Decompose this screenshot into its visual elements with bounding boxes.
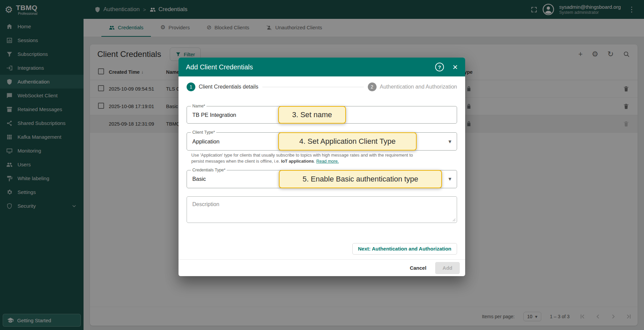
stepper-divider	[262, 87, 364, 87]
resize-handle[interactable]	[452, 218, 456, 222]
step-1-number: 1	[187, 82, 195, 91]
chevron-down-icon: ▾	[448, 176, 451, 182]
add-button: Add	[435, 262, 460, 274]
client-type-hint: Use 'Application' type for clients that …	[187, 152, 419, 164]
dialog-title: Add Client Credentials	[186, 63, 253, 71]
dialog-body: 1 Client Credentials details 2 Authentic…	[179, 76, 465, 259]
step-2-number: 2	[368, 82, 377, 91]
tour-callout-client-type: 4. Set Application Client Type	[278, 132, 417, 151]
description-field[interactable]	[187, 196, 457, 223]
tour-callout-set-name: 3. Set name	[278, 106, 346, 124]
chevron-down-icon: ▾	[448, 139, 451, 144]
tour-callout-credentials-type: 5. Enable Basic authentication type	[279, 170, 442, 188]
dialog-header: Add Client Credentials ? ×	[179, 58, 465, 76]
step-1[interactable]: 1 Client Credentials details	[187, 82, 258, 91]
dialog-footer: Cancel Add	[179, 259, 465, 276]
close-icon[interactable]: ×	[453, 63, 458, 71]
credentials-type-label: Credentials Type*	[191, 168, 227, 173]
cancel-button[interactable]: Cancel	[405, 262, 432, 274]
next-step-button[interactable]: Next: Authentication and Authorization	[352, 243, 457, 255]
client-type-label: Client Type*	[191, 130, 216, 135]
name-field-label: Name*	[191, 104, 206, 109]
help-icon[interactable]: ?	[435, 63, 444, 71]
stepper: 1 Client Credentials details 2 Authentic…	[187, 82, 457, 91]
description-textarea[interactable]	[187, 197, 457, 223]
read-more-link[interactable]: Read more.	[316, 159, 339, 164]
add-client-credentials-dialog: Add Client Credentials ? × 1 Client Cred…	[179, 58, 465, 276]
step-2[interactable]: 2 Authentication and Authorization	[368, 82, 457, 91]
